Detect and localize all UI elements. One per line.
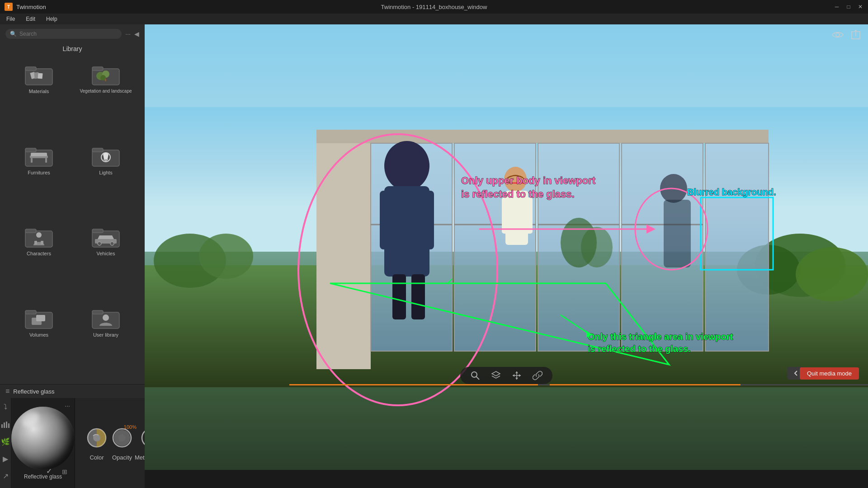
svg-rect-39 bbox=[1, 424, 3, 428]
svg-rect-78 bbox=[380, 191, 391, 249]
menu-help[interactable]: Help bbox=[44, 15, 59, 23]
svg-rect-26 bbox=[41, 241, 43, 244]
svg-point-87 bbox=[660, 174, 687, 203]
sidebar-item-volumes[interactable]: Volumes bbox=[7, 303, 71, 381]
svg-rect-18 bbox=[92, 148, 103, 152]
menu-edit[interactable]: Edit bbox=[24, 15, 37, 23]
minimize-button[interactable]: ─ bbox=[834, 4, 840, 10]
vehicles-folder-icon bbox=[91, 225, 120, 249]
svg-line-107 bbox=[476, 376, 479, 380]
viewport[interactable]: Only upper body in viewport is reflected… bbox=[145, 24, 868, 488]
close-button[interactable]: ✕ bbox=[857, 4, 863, 10]
svg-rect-6 bbox=[92, 67, 103, 70]
sidebar-item-vehicles[interactable]: Vehicles bbox=[74, 222, 137, 300]
leaf-icon[interactable]: 🌿 bbox=[0, 436, 11, 447]
svg-point-46 bbox=[118, 434, 126, 441]
menu-file[interactable]: File bbox=[5, 15, 17, 23]
svg-point-24 bbox=[36, 232, 42, 238]
sidebar-item-vegetation[interactable]: Vegetation and landscape bbox=[74, 60, 137, 137]
bottom-header: ≡ Reflective glass bbox=[0, 385, 145, 398]
svg-line-97 bbox=[448, 279, 452, 283]
svg-rect-10 bbox=[105, 79, 106, 81]
export-icon[interactable]: ↗ bbox=[0, 470, 11, 481]
svg-point-90 bbox=[581, 227, 613, 267]
svg-rect-85 bbox=[524, 197, 533, 234]
app-icon: T bbox=[5, 3, 13, 11]
svg-rect-84 bbox=[502, 197, 510, 234]
svg-marker-114 bbox=[519, 374, 521, 377]
svg-rect-58 bbox=[145, 107, 868, 252]
svg-marker-112 bbox=[515, 378, 518, 380]
collapse-sidebar-icon[interactable]: ◀ bbox=[134, 30, 139, 38]
progress-seg-1 bbox=[289, 384, 538, 385]
titlebar: T Twinmotion Twinmotion - 191114_boxhous… bbox=[0, 0, 868, 14]
user-library-label: User library bbox=[93, 332, 118, 338]
sidebar-item-furnitures[interactable]: Furnitures bbox=[7, 141, 71, 219]
link-tool[interactable] bbox=[532, 370, 543, 381]
svg-point-89 bbox=[561, 218, 597, 267]
svg-rect-1 bbox=[25, 67, 36, 70]
svg-point-31 bbox=[110, 242, 114, 245]
eye-icon[interactable] bbox=[831, 28, 844, 42]
color-icon bbox=[84, 425, 109, 450]
svg-marker-108 bbox=[492, 371, 500, 376]
layers-tool[interactable] bbox=[490, 370, 502, 381]
sidebar-item-characters[interactable]: Characters bbox=[7, 222, 71, 300]
sidebar-item-lights[interactable]: Lights bbox=[74, 141, 137, 219]
search-bar[interactable]: 🔍 Search bbox=[5, 29, 122, 39]
svg-rect-25 bbox=[34, 241, 37, 244]
more-options-icon[interactable]: ··· bbox=[125, 30, 131, 38]
search-tool[interactable] bbox=[469, 370, 481, 381]
share-icon[interactable] bbox=[849, 28, 863, 42]
svg-rect-20 bbox=[104, 159, 108, 160]
material-more-button[interactable]: ... bbox=[65, 401, 70, 408]
hamburger-icon[interactable]: ≡ bbox=[5, 387, 9, 395]
prop-opacity[interactable]: 100% Opacity bbox=[109, 425, 135, 461]
import-icon[interactable]: ⤵ bbox=[0, 402, 11, 413]
viewport-toolbar bbox=[460, 367, 552, 384]
svg-rect-71 bbox=[705, 143, 769, 351]
svg-rect-35 bbox=[36, 315, 45, 321]
svg-point-60 bbox=[154, 234, 226, 288]
svg-rect-40 bbox=[4, 422, 5, 428]
progress-seg-2 bbox=[550, 384, 741, 385]
maximize-button[interactable]: □ bbox=[845, 4, 852, 10]
play-icon[interactable]: ▶ bbox=[0, 453, 11, 464]
svg-rect-80 bbox=[392, 274, 406, 319]
svg-rect-15 bbox=[31, 158, 33, 163]
quit-media-button[interactable]: Quit media mode bbox=[800, 367, 859, 380]
svg-text:Blurred background.: Blurred background. bbox=[687, 187, 776, 197]
svg-rect-65 bbox=[316, 130, 371, 369]
svg-rect-79 bbox=[423, 191, 434, 249]
materials-folder-icon bbox=[24, 63, 53, 87]
lights-folder-icon bbox=[91, 145, 120, 168]
search-placeholder: Search bbox=[19, 31, 37, 37]
characters-folder-icon bbox=[24, 225, 53, 249]
svg-point-95 bbox=[635, 188, 708, 270]
svg-rect-91 bbox=[701, 197, 773, 270]
svg-text:is reflected to the glass.: is reflected to the glass. bbox=[588, 344, 691, 354]
sidebar-controls: ··· ◀ bbox=[125, 30, 139, 38]
svg-marker-113 bbox=[513, 374, 514, 377]
bottom-content: ⤵ 🌿 ▶ ↗ ... bbox=[0, 398, 145, 488]
material-preview: ... Reflective glass ✓ ⊞ bbox=[11, 398, 75, 488]
svg-point-64 bbox=[796, 247, 868, 301]
svg-text:is reflected to the glass.: is reflected to the glass. bbox=[461, 188, 575, 200]
search-icon: 🔍 bbox=[10, 31, 17, 37]
svg-rect-66 bbox=[316, 130, 769, 143]
sidebar-item-materials[interactable]: Materials bbox=[7, 60, 71, 137]
analytics-icon[interactable] bbox=[0, 419, 11, 430]
material-grid-icon[interactable]: ⊞ bbox=[62, 468, 67, 475]
progress-gap-1 bbox=[538, 384, 550, 385]
svg-rect-23 bbox=[25, 229, 36, 233]
opacity-value: 100% bbox=[124, 424, 137, 430]
svg-point-82 bbox=[504, 167, 527, 192]
svg-point-62 bbox=[755, 234, 845, 297]
prop-color[interactable]: Color bbox=[84, 425, 109, 461]
svg-rect-4 bbox=[38, 73, 42, 79]
sidebar-item-user-library[interactable]: User library bbox=[74, 303, 137, 381]
materials-label: Materials bbox=[29, 89, 49, 94]
move-tool[interactable] bbox=[511, 370, 523, 381]
svg-marker-94 bbox=[646, 225, 656, 234]
volumes-label: Volumes bbox=[29, 332, 48, 338]
